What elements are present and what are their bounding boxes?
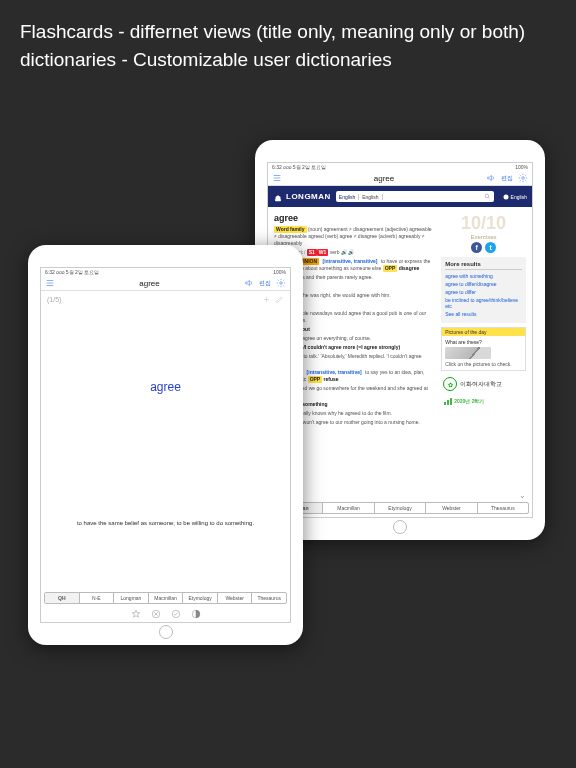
nav-edit[interactable]: 편집 xyxy=(501,174,513,183)
exercises-box[interactable]: 10/10 Exercises f t xyxy=(441,213,526,253)
search-icon[interactable] xyxy=(484,193,491,200)
tab-macmillan[interactable]: Macmillan xyxy=(323,503,374,513)
check-icon[interactable] xyxy=(171,609,181,619)
audio-icon[interactable] xyxy=(244,278,254,288)
gear-icon[interactable] xyxy=(276,278,286,288)
pictures-of-day: Pictures of the day What are these? Clic… xyxy=(441,327,526,371)
promo-caption: Flashcards - differnet views (title only… xyxy=(20,18,556,73)
status-left: 6:32 ooo 5월 2일 토요일 xyxy=(272,164,326,170)
edit-icon[interactable] xyxy=(275,295,284,304)
svg-point-2 xyxy=(503,194,508,199)
nav-bar: agree 편집 xyxy=(268,171,532,186)
tab-webster[interactable]: Webster xyxy=(218,593,253,603)
svg-point-3 xyxy=(280,282,283,285)
pod-image[interactable] xyxy=(445,347,491,359)
pod-question: What are these? xyxy=(445,339,522,345)
star-icon[interactable] xyxy=(131,609,141,619)
status-right: 100% xyxy=(273,269,286,275)
svg-point-5 xyxy=(172,610,180,618)
close-icon[interactable] xyxy=(151,609,161,619)
flashcard-word: agree xyxy=(41,380,290,394)
dictionary-body: agree Word family (noun) agreement ≠ dis… xyxy=(268,207,532,497)
semester-text: 2020년 2학기 xyxy=(454,398,484,404)
brand-text: LONGMAN xyxy=(286,192,331,201)
status-left: 6:32 ooo 5월 2일 토요일 xyxy=(45,269,99,275)
svg-point-0 xyxy=(522,177,525,180)
university-ad[interactable]: ✿ 이화여자대학교 xyxy=(441,375,526,393)
social-icons: f t xyxy=(441,242,526,253)
sidebar-column: 10/10 Exercises f t More results agree w… xyxy=(441,213,526,497)
site-lang[interactable]: English xyxy=(503,194,527,200)
flashcard-counter: (1/5) xyxy=(47,296,61,303)
tab-thesaurus[interactable]: Thesaurus xyxy=(252,593,286,603)
nav-title: agree xyxy=(139,279,159,288)
more-link[interactable]: agree to differ/disagree xyxy=(445,281,522,287)
tab-macmillan[interactable]: Macmillan xyxy=(149,593,184,603)
dictionary-search[interactable]: English English xyxy=(336,191,494,202)
more-link[interactable]: agree to differ xyxy=(445,289,522,295)
tab-longman[interactable]: Longman xyxy=(114,593,149,603)
bars-icon xyxy=(444,397,452,405)
status-bar: 6:32 ooo 5월 2일 토요일 100% xyxy=(41,268,290,276)
svg-point-1 xyxy=(485,194,489,198)
longman-header: LONGMAN English English English xyxy=(268,186,532,207)
tab-webster[interactable]: Webster xyxy=(426,503,477,513)
flashcard-actions xyxy=(41,609,290,619)
word-family: Word family (noun) agreement ≠ disagreem… xyxy=(274,226,435,247)
menu-icon[interactable] xyxy=(272,173,282,183)
chevron-down-icon[interactable]: ⌄ xyxy=(519,491,526,500)
nav-bar: agree 편집 xyxy=(41,276,290,291)
more-results: More results agree with something agree … xyxy=(441,257,526,323)
exercises-score: 10/10 xyxy=(441,213,526,234)
university-badge: ✿ xyxy=(443,377,457,391)
facebook-icon[interactable]: f xyxy=(471,242,482,253)
more-link[interactable]: See all results xyxy=(445,311,522,317)
pod-header: Pictures of the day xyxy=(442,328,525,336)
dictionary-tabs: Longman Macmillan Etymology Webster Thes… xyxy=(271,502,529,514)
more-results-title: More results xyxy=(445,261,522,270)
flashcard-definition: to have the same belief as someone; to b… xyxy=(51,520,280,526)
search-lang-to[interactable]: English xyxy=(362,194,382,200)
tab-ne[interactable]: N-E xyxy=(80,593,115,603)
search-lang-from[interactable]: English xyxy=(339,194,359,200)
ship-icon xyxy=(273,192,283,202)
more-link[interactable]: agree with something xyxy=(445,273,522,279)
audio-icon[interactable] xyxy=(486,173,496,183)
more-link[interactable]: be inclined to agree/think/believe etc xyxy=(445,297,522,309)
nav-title: agree xyxy=(374,174,394,183)
headword: agree xyxy=(274,213,435,223)
caption-line-2: dictionaries - Customizable user diction… xyxy=(20,46,556,74)
flashcard-counter-row: (1/5) xyxy=(41,291,290,308)
tab-etymology[interactable]: Etymology xyxy=(375,503,426,513)
site-lang-text: English xyxy=(511,194,527,200)
twitter-icon[interactable]: t xyxy=(485,242,496,253)
status-bar: 6:32 ooo 5월 2일 토요일 100% xyxy=(268,163,532,171)
caption-line-1: Flashcards - differnet views (title only… xyxy=(20,18,556,46)
nav-edit[interactable]: 편집 xyxy=(259,279,271,288)
university-name: 이화여자대학교 xyxy=(460,381,502,388)
menu-icon[interactable] xyxy=(45,278,55,288)
home-button[interactable] xyxy=(393,520,407,534)
tab-thesaurus[interactable]: Thesaurus xyxy=(478,503,528,513)
ipad-flashcards: 6:32 ooo 5월 2일 토요일 100% agree 편집 (1/5) a… xyxy=(28,245,303,645)
exercises-label: Exercises xyxy=(441,234,526,240)
tab-qh[interactable]: QH xyxy=(45,593,80,603)
tab-etymology[interactable]: Etymology xyxy=(183,593,218,603)
longman-logo: LONGMAN xyxy=(273,192,331,202)
home-button[interactable] xyxy=(159,625,173,639)
status-right: 100% xyxy=(515,164,528,170)
flashcard-tabs: QH N-E Longman Macmillan Etymology Webst… xyxy=(44,592,287,604)
pod-caption: Click on the pictures to check. xyxy=(445,361,522,367)
add-icon[interactable] xyxy=(262,295,271,304)
contrast-icon[interactable] xyxy=(191,609,201,619)
gear-icon[interactable] xyxy=(518,173,528,183)
